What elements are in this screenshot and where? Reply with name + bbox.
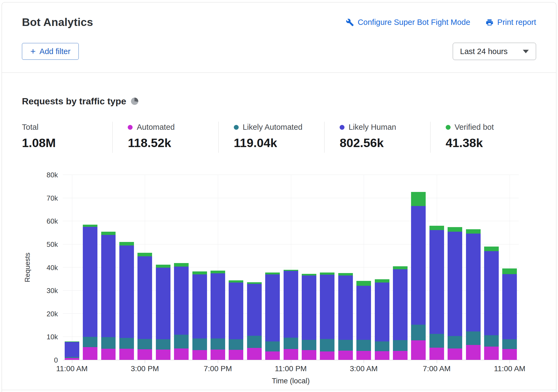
stacked-bar[interactable] bbox=[466, 175, 481, 360]
bar-segment-likely-automated[interactable] bbox=[265, 341, 280, 352]
bar-segment-likely-human[interactable] bbox=[375, 283, 389, 341]
bar-segment-verified-bot[interactable] bbox=[174, 263, 189, 267]
bar-segment-automated[interactable] bbox=[211, 350, 225, 360]
bar-segment-likely-automated[interactable] bbox=[338, 340, 353, 350]
stacked-bar[interactable] bbox=[101, 175, 116, 360]
stacked-bar[interactable] bbox=[375, 175, 389, 360]
bar-segment-verified-bot[interactable] bbox=[119, 242, 134, 245]
stacked-bar[interactable] bbox=[65, 175, 79, 360]
bar-segment-likely-automated[interactable] bbox=[466, 331, 481, 345]
stacked-bar[interactable] bbox=[137, 175, 152, 360]
bar-segment-verified-bot[interactable] bbox=[502, 268, 517, 274]
bar-segment-likely-human[interactable] bbox=[83, 227, 97, 337]
bar-segment-likely-automated[interactable] bbox=[101, 337, 116, 349]
stacked-bar[interactable] bbox=[156, 175, 170, 360]
bar-segment-verified-bot[interactable] bbox=[229, 280, 243, 283]
bar-segment-likely-automated[interactable] bbox=[229, 339, 243, 350]
bar-segment-automated[interactable] bbox=[83, 347, 97, 360]
bar-segment-automated[interactable] bbox=[502, 349, 517, 360]
bar-segment-automated[interactable] bbox=[302, 350, 316, 360]
bar-segment-automated[interactable] bbox=[375, 351, 389, 360]
stacked-bar[interactable] bbox=[229, 175, 243, 360]
stacked-bar[interactable] bbox=[119, 175, 134, 360]
stacked-bar[interactable] bbox=[174, 175, 189, 360]
bar-segment-automated[interactable] bbox=[448, 348, 462, 360]
bar-segment-automated[interactable] bbox=[484, 347, 499, 360]
stacked-bar[interactable] bbox=[393, 175, 408, 360]
bar-segment-automated[interactable] bbox=[137, 349, 152, 360]
stacked-bar[interactable] bbox=[356, 175, 371, 360]
bar-segment-verified-bot[interactable] bbox=[101, 232, 116, 235]
stacked-bar[interactable] bbox=[265, 175, 280, 360]
bar-segment-verified-bot[interactable] bbox=[429, 226, 444, 230]
bar-segment-verified-bot[interactable] bbox=[466, 229, 481, 234]
bar-segment-verified-bot[interactable] bbox=[211, 271, 225, 273]
stacked-bar[interactable] bbox=[411, 175, 426, 360]
bar-segment-likely-human[interactable] bbox=[320, 275, 334, 339]
bar-segment-automated[interactable] bbox=[119, 349, 134, 360]
bar-segment-automated[interactable] bbox=[65, 358, 79, 360]
bar-segment-verified-bot[interactable] bbox=[393, 266, 408, 269]
stacked-bar[interactable] bbox=[211, 175, 225, 360]
bar-segment-likely-automated[interactable] bbox=[284, 338, 298, 349]
bar-segment-likely-human[interactable] bbox=[448, 232, 462, 336]
bar-segment-likely-automated[interactable] bbox=[429, 334, 444, 347]
bar-segment-likely-human[interactable] bbox=[156, 268, 170, 339]
bar-segment-likely-human[interactable] bbox=[411, 206, 426, 325]
bar-segment-verified-bot[interactable] bbox=[375, 279, 389, 283]
bar-segment-likely-human[interactable] bbox=[101, 235, 116, 337]
bar-segment-verified-bot[interactable] bbox=[338, 273, 353, 275]
add-filter-button[interactable]: + Add filter bbox=[22, 43, 79, 60]
stacked-bar[interactable] bbox=[247, 175, 262, 360]
bar-segment-likely-human[interactable] bbox=[502, 274, 517, 339]
configure-super-bot-fight-mode-link[interactable]: Configure Super Bot Fight Mode bbox=[346, 18, 470, 27]
bar-segment-likely-automated[interactable] bbox=[137, 339, 152, 349]
bar-segment-automated[interactable] bbox=[411, 340, 426, 360]
stacked-bar[interactable] bbox=[192, 175, 207, 360]
bar-segment-likely-human[interactable] bbox=[284, 271, 298, 338]
bar-segment-likely-human[interactable] bbox=[466, 234, 481, 331]
bar-segment-automated[interactable] bbox=[101, 349, 116, 360]
bar-segment-likely-automated[interactable] bbox=[83, 337, 97, 347]
bar-segment-likely-human[interactable] bbox=[484, 251, 499, 335]
stacked-bar[interactable] bbox=[448, 175, 462, 360]
bar-segment-verified-bot[interactable] bbox=[356, 281, 371, 285]
bar-segment-likely-human[interactable] bbox=[65, 342, 79, 357]
bar-segment-likely-human[interactable] bbox=[192, 274, 207, 339]
bar-segment-likely-automated[interactable] bbox=[247, 336, 262, 348]
bar-segment-verified-bot[interactable] bbox=[156, 265, 170, 268]
bar-segment-automated[interactable] bbox=[156, 350, 170, 360]
bar-segment-likely-automated[interactable] bbox=[448, 336, 462, 348]
bar-segment-automated[interactable] bbox=[466, 345, 481, 360]
bar-segment-likely-human[interactable] bbox=[429, 230, 444, 334]
bar-segment-likely-human[interactable] bbox=[356, 286, 371, 340]
bar-segment-likely-human[interactable] bbox=[338, 275, 353, 340]
bar-segment-likely-automated[interactable] bbox=[484, 335, 499, 347]
print-report-link[interactable]: Print report bbox=[485, 18, 536, 27]
bar-segment-automated[interactable] bbox=[338, 351, 353, 360]
bar-segment-verified-bot[interactable] bbox=[265, 273, 280, 274]
bar-segment-likely-human[interactable] bbox=[119, 245, 134, 338]
bar-segment-automated[interactable] bbox=[174, 348, 189, 360]
bar-segment-verified-bot[interactable] bbox=[83, 225, 97, 227]
bar-segment-automated[interactable] bbox=[356, 351, 371, 360]
bar-segment-likely-human[interactable] bbox=[265, 274, 280, 341]
stacked-bar[interactable] bbox=[429, 175, 444, 360]
bar-segment-automated[interactable] bbox=[284, 349, 298, 360]
bar-segment-likely-automated[interactable] bbox=[302, 340, 316, 350]
bar-segment-automated[interactable] bbox=[247, 348, 262, 360]
stacked-bar[interactable] bbox=[502, 175, 517, 360]
bar-segment-automated[interactable] bbox=[320, 351, 334, 360]
bar-segment-likely-automated[interactable] bbox=[119, 338, 134, 349]
stacked-bar[interactable] bbox=[302, 175, 316, 360]
stacked-bar[interactable] bbox=[338, 175, 353, 360]
bar-segment-likely-human[interactable] bbox=[174, 267, 189, 335]
bar-segment-likely-human[interactable] bbox=[137, 256, 152, 339]
bar-segment-likely-automated[interactable] bbox=[192, 338, 207, 350]
stacked-bar[interactable] bbox=[83, 175, 97, 360]
bar-segment-likely-automated[interactable] bbox=[356, 340, 371, 351]
bar-segment-verified-bot[interactable] bbox=[320, 273, 334, 275]
stacked-bar[interactable] bbox=[320, 175, 334, 360]
bar-segment-verified-bot[interactable] bbox=[137, 253, 152, 256]
time-range-select[interactable]: Last 24 hours bbox=[453, 43, 536, 60]
